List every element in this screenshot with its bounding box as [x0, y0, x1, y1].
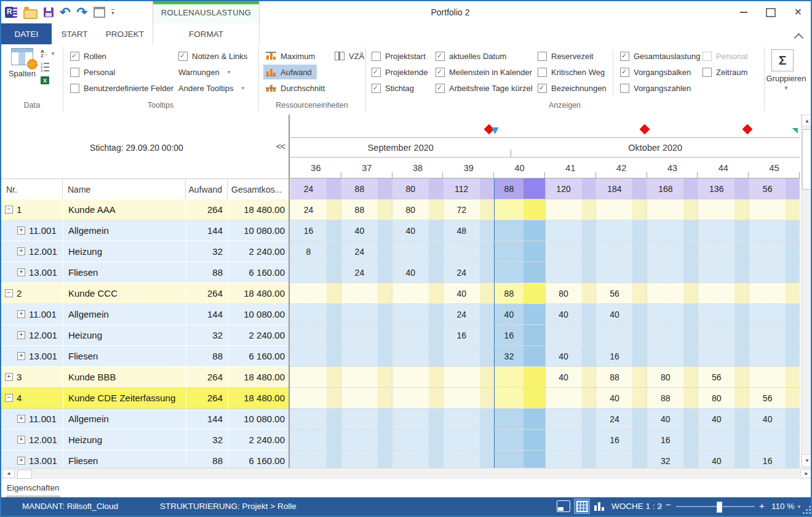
grid-cell[interactable] [647, 304, 698, 324]
grid-cell[interactable] [647, 325, 698, 345]
grid-cell[interactable] [495, 451, 546, 468]
table-row[interactable]: +11.001Allgemein14410 080.00 [1, 220, 289, 241]
zoom-slider-track[interactable] [676, 506, 755, 507]
grid-cell[interactable] [495, 409, 546, 429]
grid-cell[interactable] [392, 241, 444, 262]
table-row[interactable]: +13.001Fliesen886 160.00 [1, 346, 289, 367]
week-number[interactable]: 37 [341, 158, 392, 178]
grid-cell[interactable] [749, 430, 800, 450]
grid-cell[interactable] [546, 388, 597, 408]
week-number[interactable]: 44 [698, 158, 749, 178]
spalten-button[interactable]: Spalten [6, 48, 38, 96]
grid-cell[interactable]: 24 [341, 241, 392, 262]
grid-cell[interactable]: 40 [546, 367, 597, 387]
ribbon-option-benutzerdefinierte-felder[interactable]: Benutzerdefinierte Felder [70, 80, 173, 96]
grid-cell[interactable]: 40 [546, 304, 597, 324]
redo-icon[interactable]: ↷ [77, 7, 88, 18]
grid-cell[interactable] [341, 388, 392, 408]
checkbox-icon[interactable] [70, 84, 79, 93]
ribbon-option-reservezeit[interactable]: Reservezeit [538, 48, 607, 64]
grid-cell[interactable] [546, 199, 597, 220]
collapse-pane-button[interactable]: << [276, 142, 285, 151]
grid-cell[interactable] [698, 325, 749, 345]
zoom-out-icon[interactable]: − [666, 499, 671, 510]
woche-dropdown-icon[interactable]: ▼ [658, 504, 663, 510]
grid-cell[interactable]: 40 [546, 346, 597, 366]
grid-cell[interactable] [341, 409, 392, 429]
tree-toggle-minus-icon[interactable]: − [5, 394, 13, 402]
table-row[interactable]: +12.001Heizung322 240.00 [1, 430, 289, 451]
grid-cell[interactable] [290, 325, 341, 345]
ribbon-option-bezeichnungen[interactable]: Bezeichnungen [538, 80, 607, 96]
ribbon-option-vorgangsbalken[interactable]: Vorgangsbalken [620, 64, 700, 80]
table-row[interactable]: +11.001Allgemein14410 080.00 [1, 409, 289, 430]
app-logo-icon[interactable] [5, 7, 17, 18]
grid-cell[interactable] [290, 409, 341, 429]
table-row[interactable]: +13.001Fliesen886 160.00 [1, 451, 289, 468]
grid-cell[interactable] [698, 304, 749, 324]
tab-datei[interactable]: DATEI [1, 23, 52, 44]
grid-cell[interactable] [341, 430, 392, 450]
checkbox-checked-icon[interactable] [620, 68, 629, 77]
grid-cell[interactable] [596, 451, 647, 468]
grid-cell[interactable] [444, 451, 495, 468]
grid-cell[interactable] [596, 325, 647, 345]
week-number[interactable]: 43 [647, 158, 698, 178]
grid-cell[interactable] [546, 451, 597, 468]
grid-cell[interactable] [392, 367, 444, 387]
ribbon-option-personal[interactable]: Personal [70, 64, 173, 80]
grid-cell[interactable] [749, 304, 800, 324]
ribbon-option-projektende[interactable]: Projektende [372, 64, 428, 80]
grid-cell[interactable]: 112 [444, 178, 495, 199]
grid-cell[interactable]: 88 [495, 283, 546, 303]
grid-cell[interactable]: 24 [444, 304, 495, 324]
checkbox-icon[interactable] [70, 68, 79, 77]
grid-cell[interactable] [749, 220, 800, 241]
grid-cell[interactable] [749, 241, 800, 262]
minimize-button[interactable] [740, 12, 747, 13]
grid-cell[interactable]: 40 [698, 451, 749, 468]
grid-cell[interactable] [290, 430, 341, 450]
ribbon-option-projektstart[interactable]: Projektstart [372, 48, 428, 64]
grid-cell[interactable] [444, 346, 495, 366]
option-aufwand-selected[interactable]: Aufwand [263, 65, 317, 79]
column-header-gesamtkosten[interactable]: Gesamtkos... [228, 179, 289, 199]
tab-projekt[interactable]: PROJEKT [97, 23, 153, 44]
grid-cell[interactable] [546, 241, 597, 262]
tree-toggle-plus-icon[interactable]: + [17, 436, 25, 444]
grid-cell[interactable]: 40 [698, 409, 749, 429]
checkbox-checked-icon[interactable] [372, 68, 381, 77]
grid-cell[interactable]: 8 [290, 241, 341, 262]
grid-cell[interactable] [392, 304, 444, 324]
grid-cell[interactable]: 168 [647, 178, 698, 199]
grid-cell[interactable] [596, 241, 647, 262]
grid-cell[interactable] [392, 283, 444, 303]
grid-cell[interactable] [290, 451, 341, 468]
scroll-left-icon[interactable]: ◄ [2, 469, 15, 478]
zoom-dropdown-icon[interactable]: ▼ [797, 504, 802, 510]
resize-grip[interactable] [803, 506, 811, 514]
dropdown-arrow-icon[interactable]: ▾ [228, 69, 231, 75]
grid-cell[interactable] [444, 367, 495, 387]
grid-cell[interactable]: 16 [596, 430, 647, 450]
window-view-icon[interactable] [94, 7, 105, 18]
ribbon-option-gesamtauslastung[interactable]: Gesamtauslastung [620, 48, 700, 64]
grid-cell[interactable] [647, 220, 698, 241]
sort-az-icon[interactable]: AZ↓▾ [41, 49, 54, 58]
tree-toggle-plus-icon[interactable]: + [17, 310, 25, 318]
checkbox-checked-icon[interactable] [436, 84, 445, 93]
grid-cell[interactable] [698, 346, 749, 366]
grid-cell[interactable]: 40 [647, 409, 698, 429]
column-header-aufwand[interactable]: Aufwand [186, 179, 228, 199]
grid-cell[interactable]: 56 [698, 367, 749, 387]
grid-cell[interactable] [341, 367, 392, 387]
ribbon-option-meilenstein-in-kalender[interactable]: Meilenstein in Kalender [436, 64, 533, 80]
week-number[interactable]: 39 [443, 158, 494, 178]
checkbox-icon[interactable] [703, 68, 712, 77]
view-chart-icon[interactable] [594, 500, 607, 512]
grid-cell[interactable] [647, 262, 698, 283]
grid-cell[interactable] [596, 199, 647, 220]
open-file-icon[interactable] [23, 9, 38, 19]
grid-cell[interactable]: 80 [546, 283, 597, 303]
grid-cell[interactable]: 40 [392, 220, 444, 241]
